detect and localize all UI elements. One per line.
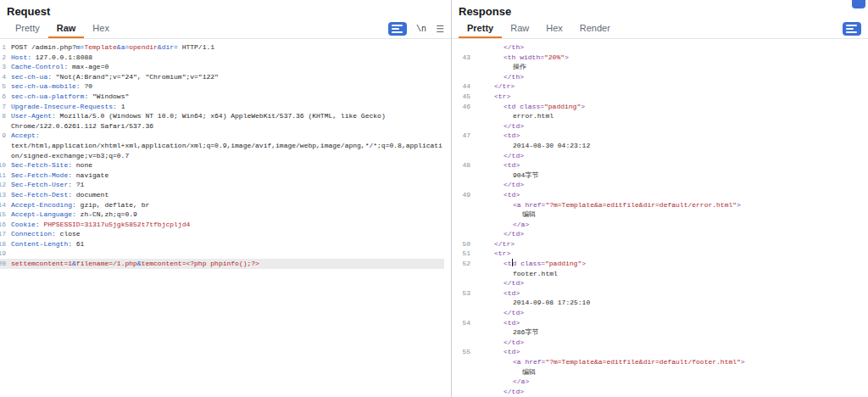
menu-icon[interactable]: ☰ [436, 25, 444, 34]
token: &a= [117, 43, 129, 51]
token: <a href= [513, 201, 545, 209]
code-line[interactable]: </td> [455, 387, 861, 397]
token: <td> [504, 348, 520, 355]
code-line[interactable]: 3Cache-Control: max-age=0 [0, 62, 444, 72]
request-editor[interactable]: 1POST /admin.php?m=Template&a=opendir&di… [0, 39, 451, 397]
line-text: sec-ch-ua-mobile: ?0 [11, 81, 444, 92]
code-line[interactable]: 2014-08-30 04:23:12 [455, 141, 861, 151]
code-line[interactable]: 45<tr> [455, 92, 861, 102]
code-line[interactable]: 9Accept: text/html,application/xhtml+xml… [0, 131, 444, 160]
token: text/html,application/xhtml+xml,applicat… [11, 131, 442, 159]
code-line[interactable]: </th> [455, 42, 861, 53]
token: Sec-Fetch-User: [11, 181, 72, 188]
code-line[interactable]: 44</tr> [455, 81, 861, 92]
code-line[interactable]: 8User-Agent: Mozilla/5.0 (Windows NT 10.… [0, 111, 444, 131]
code-line[interactable]: 编辑 [455, 210, 861, 220]
line-number: 15 [0, 210, 6, 220]
code-line[interactable]: 操作 [455, 62, 861, 72]
code-line[interactable]: error.html [455, 111, 861, 121]
code-line[interactable]: </td> [455, 121, 861, 131]
line-text: <a href="?m=Template&a=editfile&dir=defa… [476, 200, 861, 210]
code-line[interactable]: 17Connection: close [0, 229, 444, 239]
code-line[interactable]: 286字节 [455, 327, 861, 338]
code-line[interactable]: 6sec-ch-ua-platform: "Windows" [0, 92, 444, 102]
code-line[interactable]: 54<td> [455, 318, 861, 328]
code-line[interactable]: <a href="?m=Template&a=editfile&dir=defa… [455, 200, 861, 210]
code-line[interactable]: 53<td> [455, 288, 861, 299]
code-line[interactable]: </td> [455, 180, 861, 190]
code-line[interactable]: 2Host: 127.0.0.1:8088 [0, 53, 444, 63]
line-number: 4 [0, 72, 6, 82]
line-text: Accept: text/html,application/xhtml+xml,… [11, 131, 444, 160]
code-line[interactable]: 55<td> [455, 347, 861, 357]
code-line[interactable]: 19 [0, 249, 444, 259]
line-text: sec-ch-ua: "Not(A:Brand";v="24", "Chromi… [11, 72, 444, 82]
response-editor[interactable]: </th>43<th width="20%">操作</th>44</tr>45<… [452, 39, 868, 397]
code-line[interactable]: 15Accept-Language: zh-CN,zh;q=0.9 [0, 210, 444, 220]
code-line[interactable]: 49<td> [455, 190, 861, 200]
code-line[interactable]: 46<td class="padding"> [455, 102, 861, 112]
code-line[interactable]: footer.html [455, 269, 861, 279]
token: Accept-Encoding: [11, 201, 76, 209]
token: "20%" [544, 53, 565, 61]
line-text: 编辑 [476, 367, 861, 377]
code-line[interactable]: </td> [455, 229, 861, 239]
code-line[interactable]: </th> [455, 72, 861, 82]
request-panel: Request PrettyRawHex \n ☰ 1POST /admin.p… [0, 0, 452, 397]
line-text: </tr> [476, 81, 861, 92]
code-line[interactable]: 11Sec-Fetch-Mode: navigate [0, 171, 444, 181]
token: </td> [504, 230, 524, 238]
token: </td> [504, 388, 524, 395]
code-line[interactable]: </td> [455, 278, 861, 288]
tab-raw[interactable]: Raw [502, 20, 537, 38]
code-line[interactable]: 12Sec-Fetch-User: ?1 [0, 180, 444, 190]
code-line[interactable]: 51<tr> [455, 249, 861, 259]
line-text: <tr> [476, 92, 861, 102]
line-text: 编辑 [476, 210, 861, 220]
code-line[interactable]: 18Content-Length: 61 [0, 239, 444, 249]
tab-raw[interactable]: Raw [48, 20, 85, 38]
token: <td> [504, 319, 520, 327]
code-line[interactable]: 10Sec-Fetch-Site: none [0, 160, 444, 171]
code-line[interactable]: </td> [455, 338, 861, 348]
line-text: <td class="padding"> [476, 259, 861, 269]
code-line[interactable]: 20settemcontent=1&filename=/1.php&temcon… [0, 259, 444, 269]
tab-hex[interactable]: Hex [84, 20, 118, 38]
code-line[interactable]: </a> [455, 220, 861, 230]
line-number: 20 [0, 259, 6, 269]
code-line[interactable]: 43<th width="20%"> [455, 53, 861, 63]
code-line[interactable]: 7Upgrade-Insecure-Requests: 1 [0, 102, 444, 112]
prettify-icon[interactable] [843, 22, 861, 36]
code-line[interactable]: 47<td> [455, 131, 861, 141]
token: Cookie: [11, 221, 40, 228]
code-line[interactable]: 13Sec-Fetch-Dest: document [0, 190, 444, 200]
code-line[interactable]: </a> [455, 377, 861, 387]
line-text: </th> [476, 42, 861, 53]
tab-hex[interactable]: Hex [537, 20, 571, 38]
prettify-icon[interactable] [388, 22, 407, 36]
tab-pretty[interactable]: Pretty [7, 20, 48, 38]
code-line[interactable]: 50</tr> [455, 239, 861, 249]
code-line[interactable]: 编辑 [455, 367, 861, 377]
code-line[interactable]: 16Cookie: PHPSESSID=31317u5jgk5852t7tfbj… [0, 220, 444, 230]
code-line[interactable]: 904字节 [455, 171, 861, 181]
token: "padding" [544, 103, 581, 110]
code-line[interactable]: 2014-09-08 17:25:10 [455, 298, 861, 308]
code-line[interactable]: 4sec-ch-ua: "Not(A:Brand";v="24", "Chrom… [0, 72, 444, 82]
code-line[interactable]: 48<td> [455, 160, 861, 171]
request-tabs: PrettyRawHex [7, 20, 118, 38]
line-text: footer.html [476, 269, 861, 279]
code-line[interactable]: </td> [455, 151, 861, 161]
code-line[interactable]: </td> [455, 308, 861, 318]
settings-icon[interactable] [852, 0, 865, 8]
code-line[interactable]: 1POST /admin.php?m=Template&a=opendir&di… [0, 42, 444, 53]
tab-pretty[interactable]: Pretty [459, 20, 502, 38]
code-line[interactable]: 14Accept-Encoding: gzip, deflate, br [0, 200, 444, 210]
code-line[interactable]: <a href="?m=Template&a=editfile&dir=defa… [455, 357, 861, 367]
code-line[interactable]: 52<td class="padding"> [455, 259, 861, 269]
line-text: 904字节 [476, 171, 861, 181]
newline-icon[interactable]: \n [416, 25, 426, 34]
code-line[interactable]: 5sec-ch-ua-mobile: ?0 [0, 81, 444, 92]
line-text: </td> [476, 229, 861, 239]
tab-render[interactable]: Render [571, 20, 619, 38]
